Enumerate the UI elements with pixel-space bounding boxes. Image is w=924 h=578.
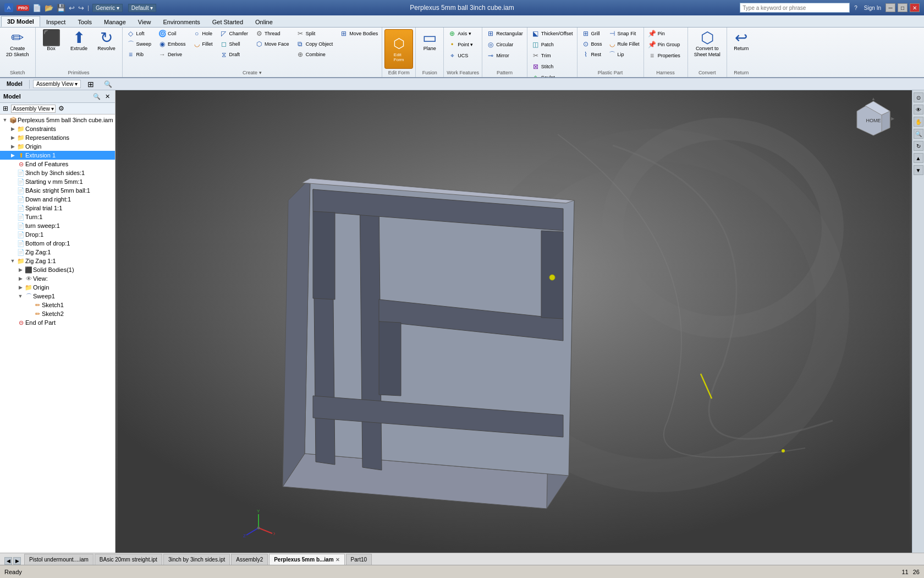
zig-zag-11-expander[interactable]: ▼	[9, 258, 16, 264]
representations-expander[interactable]: ▶	[9, 135, 16, 140]
patch-btn[interactable]: ◫ Patch	[530, 40, 556, 50]
project-dropdown[interactable]: Default ▾	[128, 4, 156, 12]
tree-item-origin2[interactable]: ▶ 📁 Origin	[0, 283, 115, 292]
rt-scroll-up[interactable]: ▲	[914, 153, 923, 163]
assembly-view-dropdown[interactable]: Assembly View ▾	[33, 80, 81, 88]
chamfer-btn[interactable]: ◸ Chamfer	[218, 29, 250, 39]
tree-item-origin[interactable]: ▶ 📁 Origin	[0, 142, 115, 151]
tb2-model-btn[interactable]: Model	[3, 80, 26, 88]
rectangular-btn[interactable]: ⊞ Rectangular	[485, 29, 525, 39]
tab-scroll-left[interactable]: ◀	[4, 557, 12, 565]
tree-item-sketch1[interactable]: ▶ ✏ Sketch1	[0, 301, 115, 309]
tab-manage[interactable]: Manage	[98, 16, 132, 27]
help-btn[interactable]: ?	[852, 5, 860, 11]
tree-item-solid-bodies[interactable]: ▶ ⬛ Solid Bodies(1)	[0, 265, 115, 274]
tab-part10[interactable]: Part10	[346, 554, 372, 565]
pin-btn[interactable]: 📌 Pin	[646, 29, 667, 39]
tab-perplexus[interactable]: Perplexus 5mm b...iam ✕	[269, 554, 344, 565]
tab-inspect[interactable]: Inspect	[40, 16, 72, 27]
viewport[interactable]: HOME ▲ ▶ X Y Z	[116, 90, 912, 553]
view-expander[interactable]: ▶	[16, 276, 24, 281]
tab-scroll-right[interactable]: ▶	[13, 557, 21, 565]
tab-3d-model[interactable]: 3D Model	[1, 16, 40, 27]
draft-btn[interactable]: ⧖ Draft	[218, 50, 250, 59]
split-btn[interactable]: ✂ Split	[294, 29, 335, 39]
move-bodies-btn[interactable]: ⊞ Move Bodies	[338, 29, 380, 39]
tree-item-starting-v[interactable]: ▶ 📄 Starting v mm 5mm:1	[0, 177, 115, 186]
mirror-btn[interactable]: ⊸ Mirror	[485, 51, 511, 61]
sculpt-btn[interactable]: ◈ Sculpt	[530, 73, 557, 78]
viewcube[interactable]: HOME ▲ ▶	[851, 96, 895, 140]
tree-item-end-features[interactable]: ▶ ⊝ End of Features	[0, 160, 115, 168]
tree-item-sweep1[interactable]: ▼ ⌒ Sweep1	[0, 292, 115, 301]
sweep1-expander[interactable]: ▼	[16, 293, 24, 299]
grill-btn[interactable]: ⊞ Grill	[580, 29, 604, 39]
undo-btn[interactable]: ↩	[69, 4, 75, 12]
rest-btn[interactable]: ⌇ Rest	[580, 50, 604, 59]
properties-btn[interactable]: ≡ Properties	[646, 51, 682, 61]
edit-form-btn[interactable]: ⬡ EditForm	[384, 29, 413, 69]
trim-btn[interactable]: ✂ Trim	[530, 51, 553, 61]
point-btn[interactable]: • Point ▾	[446, 40, 475, 50]
origin-expander[interactable]: ▶	[9, 144, 16, 149]
minimize-btn[interactable]: ─	[886, 3, 895, 12]
assembly-view-select[interactable]: Assembly View ▾	[11, 105, 56, 113]
tree-item-turn-sweep[interactable]: ▶ 📄 turn sweep:1	[0, 221, 115, 230]
rule-fillet-btn[interactable]: ◡ Rule Fillet	[606, 39, 641, 49]
model-settings-icon[interactable]: ⚙	[58, 104, 65, 113]
tab-perplexus-close[interactable]: ✕	[336, 557, 340, 563]
emboss-btn[interactable]: ◉ Emboss	[156, 39, 188, 49]
tree-item-turn1[interactable]: ▶ 📄 Turn:1	[0, 212, 115, 221]
ucs-btn[interactable]: ⌖ UCS	[446, 51, 470, 61]
extrude-btn[interactable]: ⬆ Extrude	[66, 29, 92, 53]
tree-item-down-right[interactable]: ▶ 📄 Down and right:1	[0, 195, 115, 204]
combine-btn[interactable]: ⊕ Combine	[294, 50, 335, 59]
open-btn[interactable]: 📂	[45, 4, 53, 12]
sign-in-btn[interactable]: Sign In	[862, 5, 883, 11]
thicken-btn[interactable]: ⬕ Thicken/Offset	[530, 29, 575, 39]
tree-item-sketch2[interactable]: ▶ ✏ Sketch2	[0, 309, 115, 318]
shell-btn[interactable]: ◻ Shell	[218, 39, 250, 49]
convert-sheet-metal-btn[interactable]: ⬡ Convert toSheet Metal	[690, 29, 724, 59]
extrusion1-expander[interactable]: ▶	[9, 152, 16, 158]
solid-bodies-expander[interactable]: ▶	[16, 267, 24, 272]
tab-assembly2[interactable]: Assembly2	[231, 554, 268, 565]
tb2-icon2[interactable]: 🔍	[101, 79, 116, 89]
tree-item-zig-zag-11[interactable]: ▼ 📁 Zig Zag 1:1	[0, 257, 115, 265]
axis-btn[interactable]: ⊕ Axis ▾	[446, 29, 473, 39]
tree-item-drop1[interactable]: ▶ 📄 Drop:1	[0, 230, 115, 239]
return-btn[interactable]: ↩ Return	[729, 29, 754, 53]
create-2d-sketch-btn[interactable]: ✏ Create2D Sketch	[2, 29, 33, 59]
tree-item-spiral[interactable]: ▶ 📄 Spiral trial 1:1	[0, 204, 115, 212]
rt-scroll-down[interactable]: ▼	[914, 165, 923, 175]
circular-btn[interactable]: ◎ Circular	[485, 40, 515, 50]
tab-tools[interactable]: Tools	[72, 16, 98, 27]
pin-group-btn[interactable]: 📌 Pin Group	[646, 40, 682, 50]
model-filter-icon[interactable]: ⊞	[2, 104, 9, 113]
loft-btn[interactable]: ◇ Loft	[125, 29, 153, 39]
tree-item-constraints[interactable]: ▶ 📁 Constraints	[0, 124, 115, 133]
new-btn[interactable]: 📄	[32, 4, 41, 12]
tree-item-basic-ball[interactable]: ▶ 📄 BAsic stright 5mm ball:1	[0, 186, 115, 195]
coil-btn[interactable]: 🌀 Coil	[156, 29, 188, 39]
rt-orbit[interactable]: ↻	[914, 141, 923, 151]
tab-get-started[interactable]: Get Started	[206, 16, 249, 27]
stitch-btn[interactable]: ⊠ Stitch	[530, 62, 556, 72]
tree-item-representations[interactable]: ▶ 📁 Representations	[0, 133, 115, 142]
tab-view[interactable]: View	[132, 16, 157, 27]
fillet-btn[interactable]: ◡ Fillet	[191, 39, 215, 49]
rib-btn[interactable]: ≡ Rib	[125, 50, 153, 59]
rt-look[interactable]: 👁	[914, 105, 923, 114]
tab-online[interactable]: Online	[249, 16, 279, 27]
model-close-icon[interactable]: ✕	[103, 92, 112, 101]
close-btn[interactable]: ✕	[910, 3, 920, 12]
tab-environments[interactable]: Environments	[157, 16, 206, 27]
tree-item-zig-zag[interactable]: ▶ 📄 Zig Zag:1	[0, 248, 115, 257]
plane-btn[interactable]: ▭ Plane	[418, 29, 441, 53]
sweep-btn[interactable]: ⌒ Sweep	[125, 39, 153, 49]
workspace-dropdown[interactable]: Generic ▾	[92, 4, 123, 12]
tree-item-root[interactable]: ▼ 📦 Perplexus 5mm ball 3inch cube.iam	[0, 116, 115, 124]
origin2-expander[interactable]: ▶	[16, 285, 24, 290]
model-search-icon[interactable]: 🔍	[92, 92, 101, 101]
root-expander[interactable]: ▼	[1, 117, 9, 123]
